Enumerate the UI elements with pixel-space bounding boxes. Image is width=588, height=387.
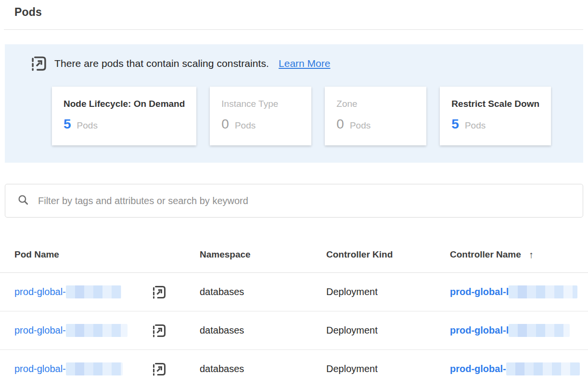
scale-up-icon[interactable]	[152, 284, 167, 300]
card-count: 0	[336, 116, 344, 132]
redacted-pod-name	[66, 285, 121, 298]
pod-name-cell: prod-global-	[14, 361, 200, 377]
controller-name-cell: prod-global-	[450, 362, 588, 375]
scale-up-icon	[30, 55, 48, 72]
card-unit: Pods	[465, 120, 486, 131]
column-header-controller-name[interactable]: Controller Name ↑	[450, 249, 588, 260]
namespace-cell: databases	[200, 286, 326, 297]
redacted-controller-name	[506, 362, 580, 375]
card-label: Node Lifecycle: On Demand	[64, 98, 185, 110]
table-row: prod-global- databases Deployment prod-g…	[0, 311, 588, 350]
card-label: Restrict Scale Down	[451, 98, 539, 110]
controller-kind-cell: Deployment	[326, 325, 450, 336]
scaling-constraints-banner: There are pods that contain scaling cons…	[5, 44, 583, 163]
controller-kind-cell: Deployment	[326, 286, 450, 297]
card-count: 0	[221, 116, 229, 132]
filter-input[interactable]	[38, 195, 571, 206]
pod-name-link[interactable]: prod-global-	[14, 286, 66, 297]
sort-ascending-icon[interactable]: ↑	[529, 249, 534, 260]
column-header-controller-kind[interactable]: Controller Kind	[326, 249, 450, 260]
card-instance-type[interactable]: Instance Type 0 Pods	[210, 87, 311, 145]
pod-name-cell: prod-global-	[14, 323, 200, 338]
title-divider	[4, 29, 583, 30]
controller-name-link[interactable]: prod-global-l	[450, 286, 509, 297]
card-label: Instance Type	[221, 98, 300, 110]
column-header-label: Controller Name	[450, 249, 521, 260]
learn-more-link[interactable]: Learn More	[279, 58, 330, 69]
constraint-cards: Node Lifecycle: On Demand 5 Pods Instanc…	[5, 87, 583, 145]
pods-table: Pod Name Namespace Controller Kind Contr…	[0, 237, 588, 387]
table-row: prod-global- databases Deployment prod-g…	[0, 273, 588, 311]
redacted-pod-name	[66, 324, 128, 337]
redacted-pod-name	[66, 362, 123, 375]
card-count: 5	[64, 116, 71, 132]
search-icon	[17, 194, 29, 208]
banner-message: There are pods that contain scaling cons…	[54, 58, 269, 69]
redacted-controller-name	[509, 285, 577, 298]
card-unit: Pods	[77, 120, 98, 131]
pod-name-cell: prod-global-	[14, 284, 200, 300]
controller-name-cell: prod-global-l	[450, 285, 588, 298]
controller-name-link[interactable]: prod-global-	[450, 363, 506, 374]
card-node-lifecycle[interactable]: Node Lifecycle: On Demand 5 Pods	[52, 87, 196, 145]
controller-kind-cell: Deployment	[326, 363, 450, 374]
card-restrict-scale-down[interactable]: Restrict Scale Down 5 Pods	[440, 87, 551, 145]
redacted-controller-name	[509, 324, 570, 337]
pod-name-link[interactable]: prod-global-	[14, 325, 66, 336]
table-row: prod-global- databases Deployment prod-g…	[0, 350, 588, 387]
pod-name-link[interactable]: prod-global-	[14, 363, 66, 374]
scale-up-icon[interactable]	[152, 361, 167, 377]
card-unit: Pods	[350, 120, 371, 131]
page-title: Pods	[0, 0, 588, 19]
card-count: 5	[451, 116, 459, 132]
card-unit: Pods	[235, 120, 256, 131]
namespace-cell: databases	[200, 363, 326, 374]
table-header-row: Pod Name Namespace Controller Kind Contr…	[0, 237, 588, 273]
scale-up-icon[interactable]	[152, 323, 167, 338]
filter-bar	[5, 184, 583, 218]
controller-name-cell: prod-global-l	[450, 324, 588, 337]
column-header-namespace[interactable]: Namespace	[200, 249, 326, 260]
card-label: Zone	[336, 98, 415, 110]
column-header-pod-name[interactable]: Pod Name	[14, 249, 200, 260]
namespace-cell: databases	[200, 325, 326, 336]
card-zone[interactable]: Zone 0 Pods	[325, 87, 426, 145]
controller-name-link[interactable]: prod-global-l	[450, 325, 509, 336]
